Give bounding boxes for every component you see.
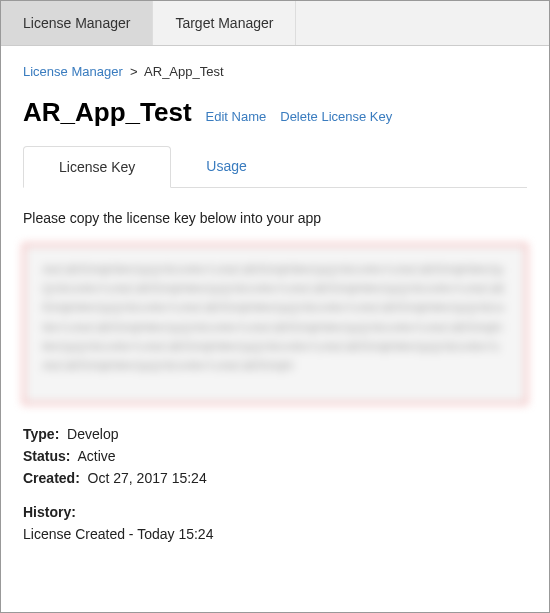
meta-type: Type: Develop [23,426,527,442]
delete-license-key-link[interactable]: Delete License Key [280,109,392,124]
meta-created-value: Oct 27, 2017 15:24 [88,470,207,486]
top-tabs: License Manager Target Manager [1,1,549,46]
sub-tabs: License Key Usage [23,146,527,188]
breadcrumb-separator: > [130,64,138,79]
meta-status-label: Status: [23,448,70,464]
meta-status-value: Active [77,448,115,464]
breadcrumb: License Manager > AR_App_Test [23,64,527,79]
license-key-box[interactable]: AbCdEfGhIjKlMnOpQrStUvWxYzAbCdEfGhIjKlMn… [23,244,527,404]
meta-status: Status: Active [23,448,527,464]
meta-type-label: Type: [23,426,59,442]
breadcrumb-root-link[interactable]: License Manager [23,64,123,79]
content-area: License Manager > AR_App_Test AR_App_Tes… [1,46,549,566]
breadcrumb-current: AR_App_Test [144,64,224,79]
meta-created: Created: Oct 27, 2017 15:24 [23,470,527,486]
tab-license-manager[interactable]: License Manager [1,1,153,45]
title-row: AR_App_Test Edit Name Delete License Key [23,97,527,128]
tab-target-manager[interactable]: Target Manager [153,1,296,45]
page-title: AR_App_Test [23,97,192,128]
edit-name-link[interactable]: Edit Name [206,109,267,124]
history-label: History: [23,504,76,520]
subtab-usage[interactable]: Usage [171,146,281,187]
subtab-license-key[interactable]: License Key [23,146,171,188]
history-block: History: License Created - Today 15:24 [23,504,527,542]
meta-type-value: Develop [67,426,118,442]
history-entry: License Created - Today 15:24 [23,526,527,542]
copy-instruction: Please copy the license key below into y… [23,210,527,226]
meta-created-label: Created: [23,470,80,486]
